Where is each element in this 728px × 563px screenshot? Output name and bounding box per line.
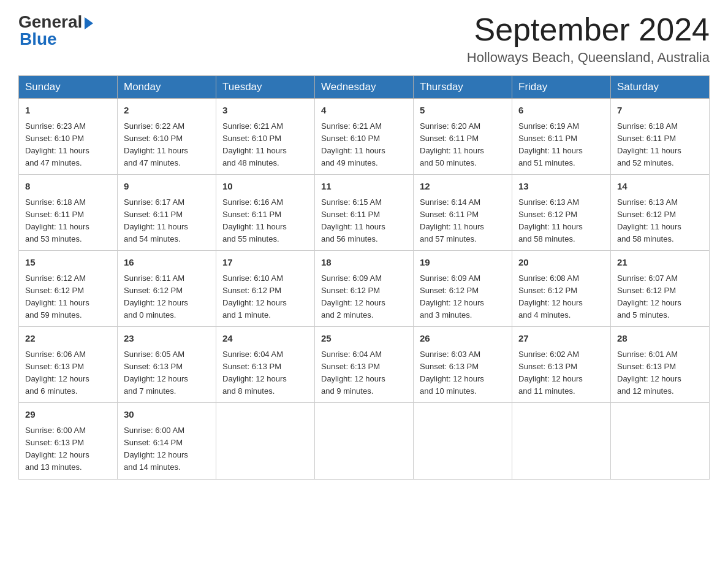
day-info: Sunrise: 6:04 AMSunset: 6:13 PMDaylight:…	[222, 348, 308, 398]
calendar-cell: 5 Sunrise: 6:20 AMSunset: 6:11 PMDayligh…	[414, 99, 512, 175]
calendar-cell	[512, 403, 611, 479]
day-info: Sunrise: 6:19 AMSunset: 6:11 PMDaylight:…	[518, 120, 604, 170]
logo-blue-text: Blue	[18, 29, 57, 49]
day-info: Sunrise: 6:05 AMSunset: 6:13 PMDaylight:…	[124, 348, 210, 398]
day-info: Sunrise: 6:14 AMSunset: 6:11 PMDaylight:…	[420, 196, 506, 246]
day-info: Sunrise: 6:15 AMSunset: 6:11 PMDaylight:…	[321, 196, 407, 246]
day-info: Sunrise: 6:16 AMSunset: 6:11 PMDaylight:…	[222, 196, 308, 246]
calendar-week-4: 22 Sunrise: 6:06 AMSunset: 6:13 PMDaylig…	[19, 327, 710, 403]
day-number: 17	[222, 256, 308, 270]
calendar-cell: 10 Sunrise: 6:16 AMSunset: 6:11 PMDaylig…	[216, 175, 315, 251]
header-tuesday: Tuesday	[216, 76, 315, 99]
day-number: 23	[124, 332, 210, 346]
calendar-cell	[216, 403, 315, 479]
calendar-cell: 11 Sunrise: 6:15 AMSunset: 6:11 PMDaylig…	[315, 175, 414, 251]
day-number: 29	[25, 408, 111, 422]
calendar-cell: 17 Sunrise: 6:10 AMSunset: 6:12 PMDaylig…	[216, 251, 315, 327]
location-subtitle: Holloways Beach, Queensland, Australia	[467, 50, 710, 66]
calendar-cell: 19 Sunrise: 6:09 AMSunset: 6:12 PMDaylig…	[414, 251, 512, 327]
day-number: 7	[617, 104, 703, 118]
calendar-cell: 22 Sunrise: 6:06 AMSunset: 6:13 PMDaylig…	[19, 327, 118, 403]
day-number: 2	[124, 104, 210, 118]
day-info: Sunrise: 6:21 AMSunset: 6:10 PMDaylight:…	[222, 120, 308, 170]
calendar-cell: 14 Sunrise: 6:13 AMSunset: 6:12 PMDaylig…	[611, 175, 710, 251]
day-info: Sunrise: 6:18 AMSunset: 6:11 PMDaylight:…	[25, 196, 111, 246]
day-number: 30	[124, 408, 210, 422]
day-info: Sunrise: 6:00 AMSunset: 6:13 PMDaylight:…	[25, 424, 111, 474]
header-wednesday: Wednesday	[315, 76, 414, 99]
day-number: 27	[518, 332, 604, 346]
calendar-cell	[414, 403, 512, 479]
day-number: 15	[25, 256, 111, 270]
day-info: Sunrise: 6:10 AMSunset: 6:12 PMDaylight:…	[222, 272, 308, 322]
day-info: Sunrise: 6:01 AMSunset: 6:13 PMDaylight:…	[617, 348, 703, 398]
day-info: Sunrise: 6:20 AMSunset: 6:11 PMDaylight:…	[420, 120, 506, 170]
day-info: Sunrise: 6:21 AMSunset: 6:10 PMDaylight:…	[321, 120, 407, 170]
day-number: 20	[518, 256, 604, 270]
day-number: 28	[617, 332, 703, 346]
calendar-week-1: 1 Sunrise: 6:23 AMSunset: 6:10 PMDayligh…	[19, 99, 710, 175]
day-number: 26	[420, 332, 506, 346]
day-number: 6	[518, 104, 604, 118]
calendar-cell: 4 Sunrise: 6:21 AMSunset: 6:10 PMDayligh…	[315, 99, 414, 175]
day-number: 3	[222, 104, 308, 118]
calendar-cell: 18 Sunrise: 6:09 AMSunset: 6:12 PMDaylig…	[315, 251, 414, 327]
day-info: Sunrise: 6:03 AMSunset: 6:13 PMDaylight:…	[420, 348, 506, 398]
calendar-cell: 20 Sunrise: 6:08 AMSunset: 6:12 PMDaylig…	[512, 251, 611, 327]
calendar-table: SundayMondayTuesdayWednesdayThursdayFrid…	[18, 75, 710, 479]
day-info: Sunrise: 6:06 AMSunset: 6:13 PMDaylight:…	[25, 348, 111, 398]
day-info: Sunrise: 6:09 AMSunset: 6:12 PMDaylight:…	[321, 272, 407, 322]
calendar-cell: 1 Sunrise: 6:23 AMSunset: 6:10 PMDayligh…	[19, 99, 118, 175]
day-number: 21	[617, 256, 703, 270]
day-info: Sunrise: 6:02 AMSunset: 6:13 PMDaylight:…	[518, 348, 604, 398]
calendar-cell: 3 Sunrise: 6:21 AMSunset: 6:10 PMDayligh…	[216, 99, 315, 175]
day-number: 16	[124, 256, 210, 270]
logo-arrow-icon	[85, 17, 93, 29]
calendar-cell	[611, 403, 710, 479]
title-section: September 2024 Holloways Beach, Queensla…	[467, 12, 710, 66]
month-year-title: September 2024	[467, 12, 710, 47]
calendar-cell: 29 Sunrise: 6:00 AMSunset: 6:13 PMDaylig…	[19, 403, 118, 479]
calendar-cell: 6 Sunrise: 6:19 AMSunset: 6:11 PMDayligh…	[512, 99, 611, 175]
day-info: Sunrise: 6:09 AMSunset: 6:12 PMDaylight:…	[420, 272, 506, 322]
calendar-cell: 30 Sunrise: 6:00 AMSunset: 6:14 PMDaylig…	[118, 403, 216, 479]
day-info: Sunrise: 6:13 AMSunset: 6:12 PMDaylight:…	[518, 196, 604, 246]
day-info: Sunrise: 6:18 AMSunset: 6:11 PMDaylight:…	[617, 120, 703, 170]
header-sunday: Sunday	[19, 76, 118, 99]
calendar-cell: 26 Sunrise: 6:03 AMSunset: 6:13 PMDaylig…	[414, 327, 512, 403]
day-number: 11	[321, 180, 407, 194]
day-info: Sunrise: 6:17 AMSunset: 6:11 PMDaylight:…	[124, 196, 210, 246]
day-number: 18	[321, 256, 407, 270]
day-number: 14	[617, 180, 703, 194]
day-info: Sunrise: 6:11 AMSunset: 6:12 PMDaylight:…	[124, 272, 210, 322]
calendar-cell: 28 Sunrise: 6:01 AMSunset: 6:13 PMDaylig…	[611, 327, 710, 403]
calendar-cell: 7 Sunrise: 6:18 AMSunset: 6:11 PMDayligh…	[611, 99, 710, 175]
calendar-cell: 23 Sunrise: 6:05 AMSunset: 6:13 PMDaylig…	[118, 327, 216, 403]
day-info: Sunrise: 6:22 AMSunset: 6:10 PMDaylight:…	[124, 120, 210, 170]
calendar-cell: 9 Sunrise: 6:17 AMSunset: 6:11 PMDayligh…	[118, 175, 216, 251]
header-friday: Friday	[512, 76, 611, 99]
calendar-cell: 8 Sunrise: 6:18 AMSunset: 6:11 PMDayligh…	[19, 175, 118, 251]
day-info: Sunrise: 6:23 AMSunset: 6:10 PMDaylight:…	[25, 120, 111, 170]
day-number: 4	[321, 104, 407, 118]
day-number: 22	[25, 332, 111, 346]
day-number: 13	[518, 180, 604, 194]
calendar-cell: 21 Sunrise: 6:07 AMSunset: 6:12 PMDaylig…	[611, 251, 710, 327]
calendar-cell: 13 Sunrise: 6:13 AMSunset: 6:12 PMDaylig…	[512, 175, 611, 251]
day-info: Sunrise: 6:04 AMSunset: 6:13 PMDaylight:…	[321, 348, 407, 398]
calendar-week-5: 29 Sunrise: 6:00 AMSunset: 6:13 PMDaylig…	[19, 403, 710, 479]
day-number: 8	[25, 180, 111, 194]
page-header: General Blue September 2024 Holloways Be…	[18, 12, 710, 66]
day-number: 10	[222, 180, 308, 194]
day-info: Sunrise: 6:07 AMSunset: 6:12 PMDaylight:…	[617, 272, 703, 322]
calendar-cell: 15 Sunrise: 6:12 AMSunset: 6:12 PMDaylig…	[19, 251, 118, 327]
calendar-cell: 2 Sunrise: 6:22 AMSunset: 6:10 PMDayligh…	[118, 99, 216, 175]
day-number: 12	[420, 180, 506, 194]
day-info: Sunrise: 6:00 AMSunset: 6:14 PMDaylight:…	[124, 424, 210, 474]
header-monday: Monday	[118, 76, 216, 99]
header-thursday: Thursday	[414, 76, 512, 99]
day-info: Sunrise: 6:13 AMSunset: 6:12 PMDaylight:…	[617, 196, 703, 246]
day-number: 19	[420, 256, 506, 270]
calendar-cell: 25 Sunrise: 6:04 AMSunset: 6:13 PMDaylig…	[315, 327, 414, 403]
calendar-cell: 12 Sunrise: 6:14 AMSunset: 6:11 PMDaylig…	[414, 175, 512, 251]
